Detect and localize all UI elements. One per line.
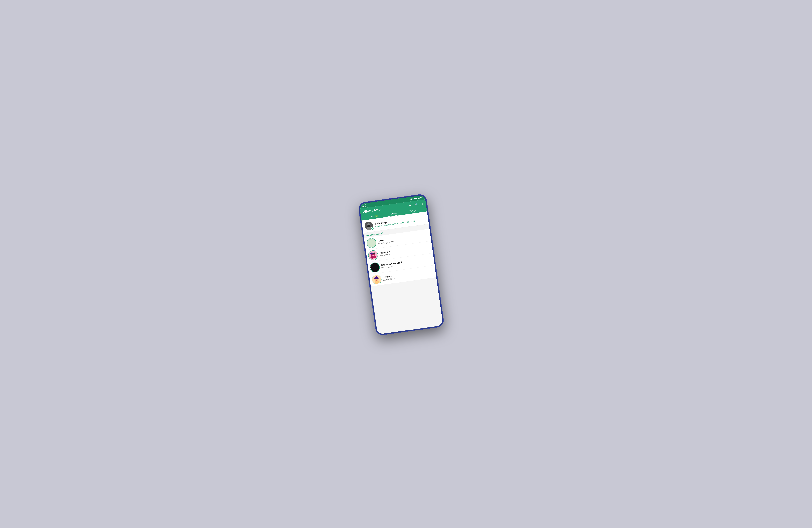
phone-inner: ▾0K/s ⭡ 95% 10:33 [359, 195, 443, 334]
tab-chat-label: Chat [370, 215, 374, 218]
header-icons: ▶○ 🔍 ⋮ [409, 202, 424, 207]
status-right: 95% 10:33 [410, 197, 422, 200]
camera-icon[interactable]: ▶○ [409, 203, 413, 207]
phone-shell: ▾0K/s ⭡ 95% 10:33 [358, 193, 445, 336]
yudha-avatar-ring [368, 250, 378, 260]
screen: ▾0K/s ⭡ 95% 10:33 [359, 195, 443, 334]
tab-status-label: Status [391, 212, 397, 215]
my-avatar-wrap: + [364, 221, 374, 231]
clock: 10:33 [418, 197, 422, 199]
faisol-avatar-ring [366, 238, 377, 248]
svg-line-8 [369, 243, 373, 244]
signal-icon [362, 205, 364, 207]
svg-rect-5 [368, 239, 375, 247]
status-left: ▾0K/s ⭡ [362, 203, 369, 208]
uswatun-avatar-ring [372, 275, 381, 284]
svg-line-9 [369, 244, 372, 245]
wifi-icon: ▾0K/s [365, 204, 367, 207]
scene: ▾0K/s ⭡ 95% 10:33 [336, 0, 476, 528]
search-icon[interactable]: 🔍 [415, 203, 419, 206]
battery-pct: 95% [410, 198, 413, 200]
chat-badge: 13 [375, 215, 378, 217]
more-icon[interactable]: ⋮ [420, 202, 424, 206]
svg-line-6 [369, 241, 374, 241]
network-speed: ⭡ [367, 204, 369, 206]
tab-panggilan-label: Panggilan [409, 209, 418, 212]
add-status-btn[interactable]: + [371, 227, 374, 230]
rini-avatar-ring [370, 262, 380, 272]
battery-icon [414, 197, 418, 200]
content-area: + Status saya Ketuk untuk menambahkan pe… [362, 211, 443, 334]
svg-line-7 [369, 242, 374, 243]
